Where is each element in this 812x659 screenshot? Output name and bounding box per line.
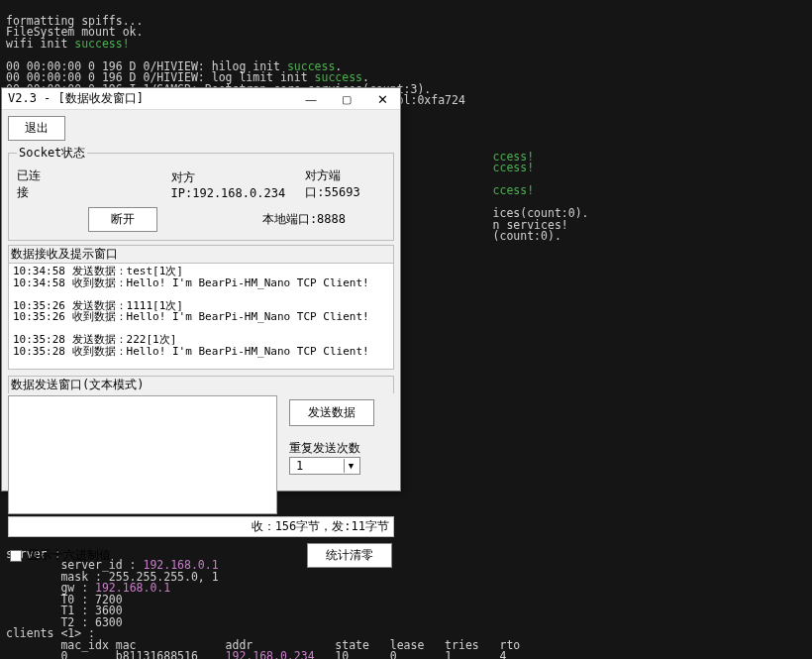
connected-label: 已连接 (17, 167, 49, 201)
recv-log-box[interactable]: 10:34:58 发送数据：test[1次] 10:34:58 收到数据：Hel… (8, 263, 394, 370)
hex-display-label: 显示十六进制值 (28, 547, 111, 564)
send-data-button[interactable]: 发送数据 (289, 399, 374, 426)
repeat-count-value: 1 (296, 459, 303, 473)
send-group-label: 数据发送窗口(文本模式) (8, 376, 394, 393)
repeat-count-label: 重复发送次数 (289, 440, 394, 457)
socket-status-group: Socket状态 已连接 对方IP:192.168.0.234 对方端口:556… (8, 145, 394, 241)
local-port-label: 本地端口:8888 (262, 211, 346, 228)
peer-port-label: 对方端口:55693 (305, 167, 385, 201)
clear-stats-button[interactable]: 统计清零 (307, 543, 392, 568)
checkbox-icon (10, 550, 22, 562)
close-button[interactable]: ✕ (364, 88, 400, 110)
maximize-button[interactable]: ▢ (329, 88, 364, 110)
exit-button[interactable]: 退出 (8, 116, 65, 141)
titlebar[interactable]: V2.3 - [数据收发窗口] — ▢ ✕ (2, 88, 400, 110)
repeat-count-select[interactable]: 1 ▼ (289, 457, 360, 475)
minimize-button[interactable]: — (293, 88, 329, 110)
hex-display-checkbox[interactable]: 显示十六进制值 (10, 547, 111, 564)
data-transfer-dialog: V2.3 - [数据收发窗口] — ▢ ✕ 退出 Socket状态 已连接 对方… (1, 87, 401, 492)
recv-group-label: 数据接收及提示窗口 (8, 245, 394, 263)
disconnect-button[interactable]: 断开 (88, 207, 157, 232)
send-text-input[interactable] (8, 395, 277, 514)
socket-legend: Socket状态 (17, 145, 87, 162)
chevron-down-icon: ▼ (344, 459, 357, 473)
peer-ip-label: 对方IP:192.168.0.234 (171, 169, 293, 200)
window-title: V2.3 - [数据收发窗口] (8, 90, 144, 107)
stats-bar: 收：156字节，发:11字节 (8, 516, 394, 537)
